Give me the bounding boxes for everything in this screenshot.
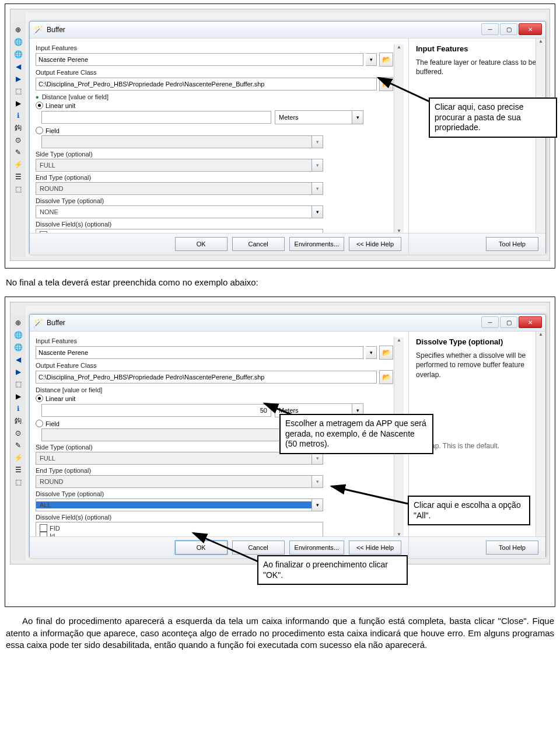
tool-icon[interactable]: ✎ bbox=[13, 147, 23, 158]
arrow-to-dissolve-combo bbox=[329, 484, 414, 507]
tool-icon[interactable]: ⬚ bbox=[13, 379, 23, 389]
dissolve-type-label: Dissolve Type (optional) bbox=[36, 197, 393, 204]
titlebar[interactable]: 🪄 Buffer ─ ▢ ✕ bbox=[30, 22, 545, 39]
side-type-label: Side Type (optional) bbox=[36, 151, 393, 158]
input-features-dropdown[interactable]: ▾ bbox=[366, 53, 377, 66]
close-button[interactable]: ✕ bbox=[519, 23, 542, 35]
radio-linear-unit[interactable]: Linear unit bbox=[36, 102, 393, 109]
chk-fid[interactable]: FID bbox=[40, 524, 319, 532]
tool-icon[interactable]: ⬚ bbox=[13, 477, 23, 487]
tool-icon[interactable]: ⚡ bbox=[13, 159, 23, 170]
field-combo[interactable]: ▾ bbox=[41, 135, 323, 148]
input-features-field[interactable]: Nascente Perene bbox=[36, 53, 363, 66]
hide-help-button[interactable]: << Hide Help bbox=[349, 541, 401, 555]
maximize-button[interactable]: ▢ bbox=[500, 316, 517, 328]
output-field[interactable]: C:\Disciplina_Prof_Pedro_HBS\Propriedade… bbox=[36, 371, 377, 384]
tool-icon[interactable]: 🌐 bbox=[13, 37, 23, 47]
end-type-label: End Type (optional) bbox=[36, 467, 393, 474]
tool-help-button[interactable]: Tool Help bbox=[486, 541, 538, 555]
tool-icon[interactable]: ◀ bbox=[13, 354, 23, 365]
button-bar: OK Cancel Environments... << Hide Help bbox=[30, 233, 408, 255]
tool-icon[interactable]: ⊕ bbox=[13, 25, 23, 35]
tool-icon[interactable]: ⬚ bbox=[13, 184, 23, 194]
browse-output-icon[interactable]: 📂 bbox=[379, 370, 393, 384]
callout-browse-folder: Clicar aqui, caso precise procurar a pas… bbox=[429, 97, 557, 138]
tool-icon[interactable]: 鉤 bbox=[13, 123, 23, 133]
ok-button[interactable]: OK bbox=[175, 237, 228, 251]
tool-icon[interactable]: ▶ bbox=[13, 98, 23, 109]
browse-input-icon[interactable]: 📂 bbox=[379, 346, 393, 360]
input-features-dropdown[interactable]: ▾ bbox=[366, 346, 377, 359]
environments-button[interactable]: Environments... bbox=[289, 237, 344, 251]
end-type-combo[interactable]: ROUND▾ bbox=[36, 182, 323, 195]
callout-ok: Ao finalizar o preenchimento clicar "OK"… bbox=[257, 555, 408, 585]
tool-icon[interactable]: ⚡ bbox=[13, 452, 23, 463]
environments-button[interactable]: Environments... bbox=[289, 541, 344, 555]
tool-icon[interactable]: ◀ bbox=[13, 61, 23, 72]
tool-icon[interactable]: 🌐 bbox=[13, 49, 23, 60]
hide-help-button[interactable]: << Hide Help bbox=[349, 237, 401, 251]
form-scrollbar[interactable] bbox=[394, 44, 404, 233]
window-title: Buffer bbox=[47, 26, 65, 34]
tool-icon[interactable]: ▶ bbox=[13, 367, 23, 377]
tool-icon[interactable]: ℹ bbox=[13, 110, 23, 121]
svg-line-3 bbox=[193, 533, 261, 563]
help-scrollbar[interactable] bbox=[536, 39, 545, 255]
form-pane: Input Features Nascente Perene ▾ 📂 Outpu… bbox=[30, 39, 408, 255]
help-scrollbar[interactable] bbox=[536, 332, 545, 558]
dissolve-fields-label: Dissolve Field(s) (optional) bbox=[36, 221, 393, 228]
callout-dissolve-all: Clicar aqui e escolha a opção "All". bbox=[408, 496, 530, 525]
arrow-to-ok-button bbox=[191, 531, 267, 566]
radio-field[interactable]: Field bbox=[36, 127, 393, 134]
help-title: Dissolve Type (optional) bbox=[416, 337, 538, 346]
tool-icon[interactable]: ⊙ bbox=[13, 135, 23, 145]
tool-icon[interactable]: ⊙ bbox=[13, 428, 23, 438]
cancel-button[interactable]: Cancel bbox=[232, 237, 285, 251]
tool-icon[interactable]: ▶ bbox=[13, 74, 23, 84]
tool-icon[interactable]: 🌐 bbox=[13, 330, 23, 340]
instruction-text-mid: No final a tela deverá estar preenchida … bbox=[6, 277, 554, 288]
tool-icon[interactable]: ⬚ bbox=[13, 86, 23, 96]
output-label: Output Feature Class bbox=[36, 69, 393, 76]
tool-icon[interactable]: 鉤 bbox=[13, 416, 23, 426]
tool-icon[interactable]: ⊕ bbox=[13, 318, 23, 328]
radio-linear-unit[interactable]: Linear unit bbox=[36, 395, 393, 402]
distance-value-field[interactable]: 50 bbox=[41, 404, 271, 417]
distance-value-field[interactable] bbox=[41, 111, 271, 124]
tool-help-button[interactable]: Tool Help bbox=[486, 237, 538, 251]
output-field[interactable]: C:\Disciplina_Prof_Pedro_HBS\Propriedade… bbox=[36, 78, 377, 90]
buffer-dialog: 🪄 Buffer ─ ▢ ✕ Input Features Nascente P… bbox=[29, 21, 546, 255]
help-text-default: overlap. This is the default. bbox=[416, 441, 538, 451]
minimize-button[interactable]: ─ bbox=[481, 316, 499, 328]
callout-metragem: Escolher a metragem da APP que será gera… bbox=[279, 414, 433, 454]
dissolve-type-combo[interactable]: ALL▾ bbox=[36, 499, 323, 511]
distance-label: Distance [value or field] bbox=[36, 386, 393, 393]
input-features-label: Input Features bbox=[36, 337, 393, 344]
close-button[interactable]: ✕ bbox=[519, 316, 542, 328]
input-features-label: Input Features bbox=[36, 44, 393, 51]
help-pane: Input Features The feature layer or feat… bbox=[408, 39, 545, 255]
end-type-combo[interactable]: ROUND▾ bbox=[36, 475, 323, 488]
browse-input-icon[interactable]: 📂 bbox=[379, 53, 393, 67]
titlebar[interactable]: 🪄 Buffer ─ ▢ ✕ bbox=[30, 315, 545, 332]
left-toolbar: ⊕ 🌐 🌐 ◀ ▶ ⬚ ▶ ℹ 鉤 ⊙ ✎ ⚡ ☰ ⬚ bbox=[12, 22, 27, 257]
wand-icon: 🪄 bbox=[33, 318, 43, 327]
window-title: Buffer bbox=[47, 319, 65, 327]
screenshot-1-frame: ⊕ 🌐 🌐 ◀ ▶ ⬚ ▶ ℹ 鉤 ⊙ ✎ ⚡ ☰ ⬚ 🪄 Buffer ─ ▢… bbox=[5, 4, 555, 269]
input-features-field[interactable]: Nascente Perene bbox=[36, 346, 363, 359]
tool-icon[interactable]: 🌐 bbox=[13, 342, 23, 353]
unit-combo[interactable]: Meters▾ bbox=[275, 110, 363, 124]
side-type-combo[interactable]: FULL▾ bbox=[36, 159, 323, 172]
tool-icon[interactable]: ☰ bbox=[13, 172, 23, 182]
tool-icon[interactable]: ☰ bbox=[13, 465, 23, 475]
dissolve-type-combo[interactable]: NONE▾ bbox=[36, 205, 323, 218]
maximize-button[interactable]: ▢ bbox=[500, 23, 517, 35]
tool-icon[interactable]: ℹ bbox=[13, 403, 23, 414]
tool-icon[interactable]: ▶ bbox=[13, 391, 23, 402]
tool-icon[interactable]: ✎ bbox=[13, 440, 23, 451]
minimize-button[interactable]: ─ bbox=[481, 23, 499, 35]
dissolve-fields-label: Dissolve Field(s) (optional) bbox=[36, 514, 393, 521]
help-title: Input Features bbox=[416, 44, 538, 53]
final-paragraph: Ao final do procedimento aparecerá a esq… bbox=[6, 615, 554, 651]
help-text: The feature layer or feature class to be… bbox=[416, 58, 538, 76]
